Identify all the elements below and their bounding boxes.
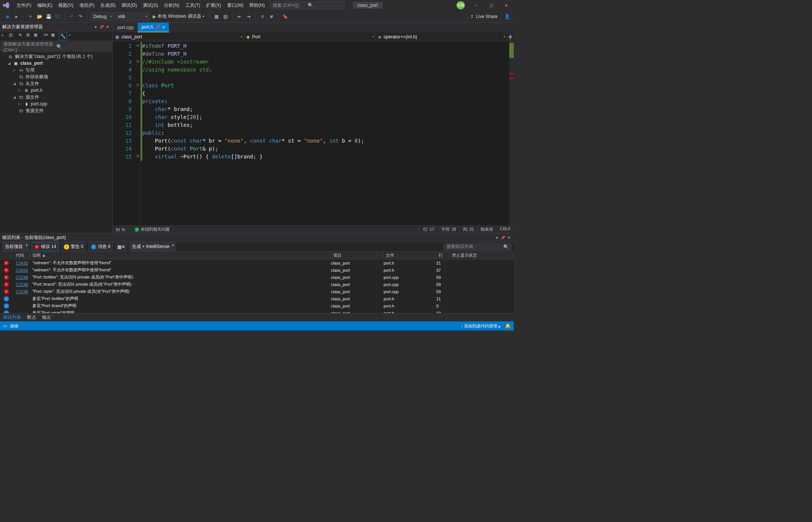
error-list-columns[interactable]: 代码 说明 ▲ 项目 文件 行 禁止显示状态 bbox=[0, 252, 514, 259]
add-to-source-control[interactable]: ↑ 添加到源代码管理 ▴ bbox=[461, 323, 501, 329]
expand-icon[interactable]: ▷ bbox=[17, 102, 22, 106]
home-icon[interactable]: ⌂ bbox=[2, 33, 8, 40]
tree-row[interactable]: 🗀资源文件 bbox=[0, 107, 112, 114]
indent-in-icon[interactable]: ⇥ bbox=[245, 13, 252, 20]
tree-row[interactable]: ▷⧫port.cpp bbox=[0, 100, 112, 107]
nav-back-icon[interactable]: ◉ bbox=[4, 13, 11, 20]
split-icon[interactable]: ╪ bbox=[507, 32, 514, 41]
overview-ruler[interactable] bbox=[509, 41, 514, 225]
nav-fwd-icon[interactable]: ▸ bbox=[13, 13, 20, 20]
bookmark-icon[interactable]: 🔖 bbox=[282, 13, 289, 20]
tree-row[interactable]: ◎解决方案"class_port"(1 个项目/共 1 个) bbox=[0, 53, 112, 60]
error-row[interactable]: ✕C2248"Port::brand": 无法访问 private 成员(在"P… bbox=[0, 281, 514, 288]
nav-member-dropdown[interactable]: ◈ operator+=(int b) bbox=[376, 32, 507, 41]
toolbar-icon-2[interactable]: ▤ bbox=[222, 13, 229, 20]
menu-生成(B)[interactable]: 生成(B) bbox=[97, 1, 118, 9]
minimize-icon[interactable]: ─ bbox=[469, 3, 484, 8]
filter-codes-button[interactable]: ▦✕ bbox=[115, 243, 127, 251]
person-icon[interactable]: 👤 bbox=[504, 14, 510, 19]
error-search-input[interactable]: 搜索错误列表 🔍 bbox=[444, 243, 511, 251]
editor-tab[interactable]: port.h📌✕ bbox=[138, 23, 169, 32]
tree-row[interactable]: ▷▭引用 bbox=[0, 67, 112, 73]
expand-icon[interactable]: ◢ bbox=[7, 61, 11, 65]
dropdown-icon[interactable]: ▾ bbox=[93, 24, 98, 29]
error-row[interactable]: i参见"Port::brand"的声明class_portport.h9 bbox=[0, 302, 514, 309]
tree-row[interactable]: ◢▣class_port bbox=[0, 60, 112, 67]
avatar[interactable]: 壮陈 bbox=[457, 1, 465, 9]
maximize-icon[interactable]: ▢ bbox=[484, 3, 499, 8]
nav-project-dropdown[interactable]: ▣ class_port bbox=[113, 32, 244, 41]
view-switch-icon[interactable]: ◫ bbox=[9, 33, 16, 40]
tree-row[interactable]: ◢🗀头文件 bbox=[0, 80, 112, 87]
nav-class-dropdown[interactable]: ◆ Port bbox=[244, 32, 375, 41]
menu-工具(T)[interactable]: 工具(T) bbox=[182, 1, 203, 9]
error-code-link[interactable]: C2433 bbox=[16, 268, 28, 272]
bottom-tab-breakpoints[interactable]: 断点 bbox=[24, 314, 39, 321]
expand-icon[interactable]: ▷ bbox=[12, 68, 17, 72]
menu-编辑(E)[interactable]: 编辑(E) bbox=[34, 1, 55, 9]
expand-icon[interactable]: ◢ bbox=[12, 82, 17, 85]
close-icon[interactable]: ✕ bbox=[499, 3, 514, 8]
bottom-tab-errors[interactable]: 错误列表 bbox=[0, 314, 24, 321]
save-all-icon[interactable]: ⿻ bbox=[54, 13, 61, 20]
pin-icon[interactable]: 📌 bbox=[500, 235, 505, 240]
undo-icon[interactable]: ↶ bbox=[68, 13, 75, 20]
uncomment-icon[interactable]: ≢ bbox=[268, 13, 275, 20]
config-dropdown[interactable]: Debug bbox=[91, 12, 114, 21]
build-source-dropdown[interactable]: 生成 + IntelliSense bbox=[129, 242, 176, 251]
menu-视图(V)[interactable]: 视图(V) bbox=[55, 1, 76, 9]
new-file-icon[interactable]: ✧ bbox=[27, 13, 34, 20]
expand-icon[interactable]: ◢ bbox=[12, 95, 17, 99]
pin-icon[interactable]: 📌 bbox=[99, 24, 104, 29]
open-icon[interactable]: 📂 bbox=[36, 13, 43, 20]
error-row[interactable]: ✕C2433"ostream": 不允许在数据声明中使用"friend"clas… bbox=[0, 259, 514, 266]
collapse-icon[interactable]: ⊟ bbox=[26, 33, 33, 40]
error-row[interactable]: ✕C2433"ostream": 不允许在数据声明中使用"friend"clas… bbox=[0, 266, 514, 274]
close-panel-icon[interactable]: ✕ bbox=[506, 235, 511, 240]
sync-icon[interactable]: ↔ bbox=[68, 33, 74, 40]
menu-调试(D)[interactable]: 调试(D) bbox=[118, 1, 140, 9]
error-row[interactable]: i参见"Port::style"的声明class_portport.h10 bbox=[0, 309, 514, 313]
tree-row[interactable]: ▷🗎port.h bbox=[0, 87, 112, 94]
scope-dropdown[interactable]: 当前项目 bbox=[2, 242, 29, 251]
editor-tab[interactable]: port.cpp bbox=[114, 23, 138, 32]
error-code-link[interactable]: C2433 bbox=[16, 261, 28, 265]
wrench-icon[interactable]: 🔧 bbox=[59, 32, 67, 40]
code-view-icon[interactable]: <> bbox=[44, 33, 50, 40]
platform-dropdown[interactable]: x86 bbox=[115, 12, 149, 21]
solution-tree[interactable]: ◎解决方案"class_port"(1 个项目/共 1 个)◢▣class_po… bbox=[0, 52, 112, 233]
menu-项目(P)[interactable]: 项目(P) bbox=[76, 1, 97, 9]
properties-icon[interactable]: ▤ bbox=[51, 33, 58, 40]
warnings-filter-badge[interactable]: !警告 0 bbox=[61, 242, 86, 251]
save-icon[interactable]: 💾 bbox=[45, 13, 52, 20]
expand-icon[interactable]: ▷ bbox=[17, 88, 22, 92]
error-code-link[interactable]: C2248 bbox=[16, 275, 28, 280]
start-debugging-button[interactable]: ▶ 本地 Windows 调试器 ▾ bbox=[150, 12, 206, 20]
dropdown-icon[interactable]: ▾ bbox=[494, 235, 499, 240]
tree-row[interactable]: ◢🗀源文件 bbox=[0, 94, 112, 100]
errors-filter-badge[interactable]: ✕错误 14 bbox=[32, 242, 59, 251]
error-row[interactable]: ✕C2248"Port::bottles": 无法访问 private 成员(在… bbox=[0, 274, 514, 281]
code-editor[interactable]: 123456789101112131415 ⊟⊟⊟⊟ #ifndef PORT_… bbox=[113, 41, 514, 225]
refresh-icon[interactable]: ↻ bbox=[19, 33, 26, 40]
liveshare-button[interactable]: ⇪ Live Share 👤 bbox=[470, 14, 510, 19]
indent-out-icon[interactable]: ⇤ bbox=[236, 13, 243, 20]
error-row[interactable]: i参见"Port::bottles"的声明class_portport.h11 bbox=[0, 295, 514, 302]
redo-icon[interactable]: ↷ bbox=[77, 13, 84, 20]
comment-icon[interactable]: ≡ bbox=[259, 13, 266, 20]
toolbar-icon-1[interactable]: ▦ bbox=[213, 13, 220, 20]
feedback-icon[interactable]: ▭ bbox=[3, 323, 7, 329]
menu-窗口(W)[interactable]: 窗口(W) bbox=[224, 1, 246, 9]
show-all-icon[interactable]: ▥ bbox=[34, 33, 41, 40]
menu-测试(S)[interactable]: 测试(S) bbox=[140, 1, 161, 9]
close-tab-icon[interactable]: ✕ bbox=[162, 25, 165, 29]
notifications-icon[interactable]: 🔔 bbox=[505, 323, 511, 329]
global-search-input[interactable]: 搜索 (Ctrl+Q) 🔍 bbox=[270, 1, 345, 9]
close-panel-icon[interactable]: ✕ bbox=[105, 24, 110, 29]
solution-search-input[interactable]: 搜索解决方案资源管理器(Ctrl+;) 🔍 bbox=[1, 42, 112, 52]
error-code-link[interactable]: C2248 bbox=[16, 282, 28, 287]
error-code-link[interactable]: C2248 bbox=[16, 289, 28, 294]
error-row[interactable]: ✕C2248"Port::style": 无法访问 private 成员(在"P… bbox=[0, 288, 514, 295]
messages-filter-badge[interactable]: i消息 6 bbox=[88, 242, 113, 251]
menu-分析(N)[interactable]: 分析(N) bbox=[161, 1, 182, 9]
